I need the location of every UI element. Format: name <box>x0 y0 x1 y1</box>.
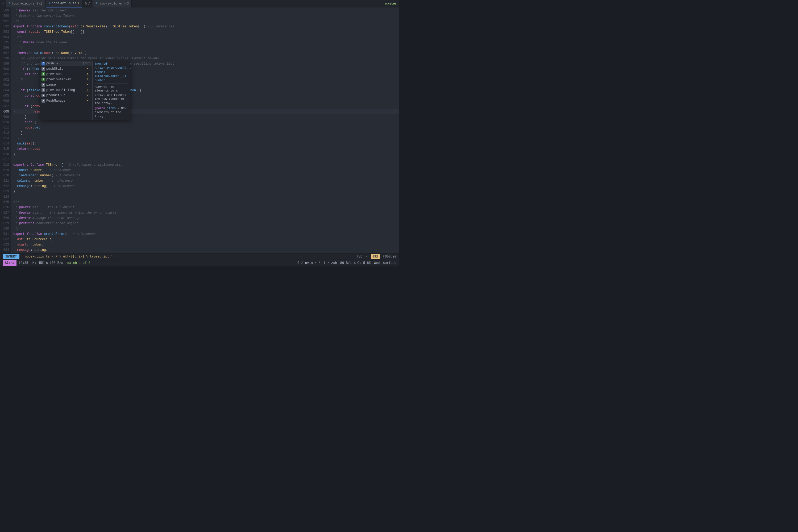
autocomplete-item-productsub[interactable]: X productSub [X] <box>40 93 92 98</box>
code-line-593: const result: TSESTree.Token[] = []; <box>13 29 399 35</box>
status-progress: 89% <box>371 254 380 259</box>
code-line-597: function walk(node: ts.Node): void { <box>13 51 399 56</box>
autocomplete-icon-x3: X <box>41 88 45 92</box>
autocomplete-icon-x4: X <box>41 94 45 97</box>
status-bar-insert: INSERT node-utils.ts \ + \ utf-8[unix] \… <box>0 253 399 260</box>
code-line-594: /** <box>13 35 399 40</box>
autocomplete-icon-x: X <box>41 67 45 71</box>
status-nvim-info: 0 / nvim / * <box>298 261 320 265</box>
code-line-595: * @param node the ts.Node <box>13 40 399 45</box>
code-line-619: index: number; · 1 reference <box>13 168 399 173</box>
code-line-633: start: number, <box>13 242 399 247</box>
code-line-590: * @returns the converted Tokens <box>13 13 399 19</box>
autocomplete-item-pushmanager[interactable]: X PushManager [X] <box>40 98 92 103</box>
status-file-info: node-utils.ts \ + \ utf-8[unix] \ typesc… <box>25 254 114 259</box>
code-line-631: export function createError( · 4 referen… <box>13 231 399 237</box>
autocomplete-popup: f push ◇ [TSC] X pushState [X] A previou… <box>40 61 130 120</box>
code-line-625: /** <box>13 200 399 205</box>
status-net: 86 B/s ⇅ C: 5.8% <box>340 261 371 265</box>
autocomplete-list: f push ◇ [TSC] X pushState [X] A previou… <box>40 61 93 120</box>
autocomplete-icon-a: A <box>41 72 45 76</box>
autocomplete-separator <box>95 83 128 84</box>
tab-separator: 5 / <box>83 1 92 6</box>
autocomplete-item-previoustoken[interactable]: A previousToken [A] <box>40 77 92 82</box>
status-match: match 1 of 8 <box>67 261 90 265</box>
status-memory: M: 45% ⇅ 108 B/s <box>33 261 63 265</box>
code-line-611: node.get <box>13 125 399 130</box>
tab-list: ✕ 1 [coc-explorer]-1 2 node-utils.ts + 5… <box>2 0 385 7</box>
line-numbers: 589 590 591 592 593 594 595 596 597 598 … <box>0 7 11 253</box>
code-line-629: * @returns converted error object <box>13 221 399 226</box>
code-line-617 <box>13 157 399 162</box>
insert-mode-indicator: INSERT <box>3 254 19 259</box>
tab-bar: ✕ 1 [coc-explorer]-1 2 node-utils.ts + 5… <box>0 0 399 7</box>
autocomplete-icon-a2: A <box>41 78 45 81</box>
code-line-622: message: string; · 1 reference <box>13 184 399 189</box>
tab-coc-explorer-3[interactable]: 3 [coc-explorer]-3 <box>93 0 132 7</box>
status-right-bottom: 0 / nvim / * 1 / zsh 86 B/s ⇅ C: 5.8% We… <box>298 261 396 265</box>
code-line-623: } <box>13 189 399 194</box>
status-bar-bottom: Alpha 12:35 M: 45% ⇅ 108 B/s match 1 of … <box>0 260 399 266</box>
code-line-591: */ <box>13 19 399 24</box>
autocomplete-detail: (method) Array<Token>.push(... items: TS… <box>93 61 130 120</box>
code-line-624 <box>13 194 399 200</box>
code-line-628: * @param message the error message <box>13 215 399 221</box>
code-line-630: */ <box>13 226 399 231</box>
status-zsh-info: 1 / zsh <box>323 261 337 265</box>
status-tsc-label: TSC <box>357 254 363 259</box>
code-line-635: ): TSError { <box>13 253 399 253</box>
tab-node-utils[interactable]: 2 node-utils.ts + <box>46 0 82 7</box>
code-line-620: lineNumber: number; · 1 reference <box>13 173 399 178</box>
autocomplete-signature: (method) Array<Token>.push(... items: TS… <box>95 62 128 82</box>
autocomplete-item-pushstate[interactable]: X pushState [X] <box>40 66 92 72</box>
status-position: ℓ608:20 <box>383 254 396 259</box>
code-line-589: * @param ast the AST object <box>13 8 399 13</box>
code-line-626: * @param ast the AST object <box>13 205 399 210</box>
autocomplete-icon-f: f <box>41 62 45 65</box>
tab-coc-explorer-1[interactable]: 1 [coc-explorer]-1 <box>6 0 45 7</box>
code-line-592: export function convertTokens(ast: ts.So… <box>13 24 399 29</box>
close-icon: ✕ <box>2 1 4 6</box>
tab-modified-indicator: + <box>78 1 79 6</box>
code-editor[interactable]: * @param ast the AST object * @returns t… <box>11 7 399 253</box>
autocomplete-description: Appends new elements to an array, and re… <box>95 85 128 105</box>
code-line-616: } <box>13 152 399 157</box>
status-alpha-mode: Alpha <box>3 260 17 266</box>
autocomplete-item-push[interactable]: f push ◇ [TSC] <box>40 61 92 66</box>
code-line-614: walk(ast); <box>13 141 399 146</box>
code-line-634: message: string, <box>13 247 399 253</box>
status-check-icon: ✓ <box>366 254 367 259</box>
autocomplete-icon-x2: X <box>41 83 45 87</box>
status-day: Wed <box>374 261 380 265</box>
code-line-613: } <box>13 136 399 141</box>
status-right-section: TSC ✓ 89% ℓ608:20 <box>357 254 396 259</box>
code-line-598: // TypeScript generates tokens for types… <box>13 56 399 61</box>
autocomplete-item-previoussibling[interactable]: X previousSibling [X] <box>40 88 92 93</box>
code-line-610: } else { <box>13 120 399 125</box>
autocomplete-item-previous[interactable]: A previous [A] <box>40 72 92 77</box>
code-line-612: } <box>13 130 399 136</box>
code-line-632: ast: ts.SourceFile, <box>13 237 399 242</box>
code-line-596: */ <box>13 45 399 51</box>
code-area: 589 590 591 592 593 594 595 596 597 598 … <box>0 7 399 253</box>
status-hostname: surface <box>383 261 396 265</box>
code-line-621: column: number; · 1 reference <box>13 178 399 184</box>
autocomplete-item-pause[interactable]: X pause [X] <box>40 82 92 88</box>
autocomplete-icon-x5: X <box>41 99 45 103</box>
code-line-627: * @param start the index at which the er… <box>13 210 399 215</box>
autocomplete-param: @param items – New elements of the Array… <box>95 107 128 119</box>
git-branch: master <box>385 1 397 6</box>
code-line-615: return resul <box>13 146 399 152</box>
status-time: 12:35 <box>19 261 28 265</box>
code-line-618: export interface TSError { · 3 reference… <box>13 162 399 168</box>
